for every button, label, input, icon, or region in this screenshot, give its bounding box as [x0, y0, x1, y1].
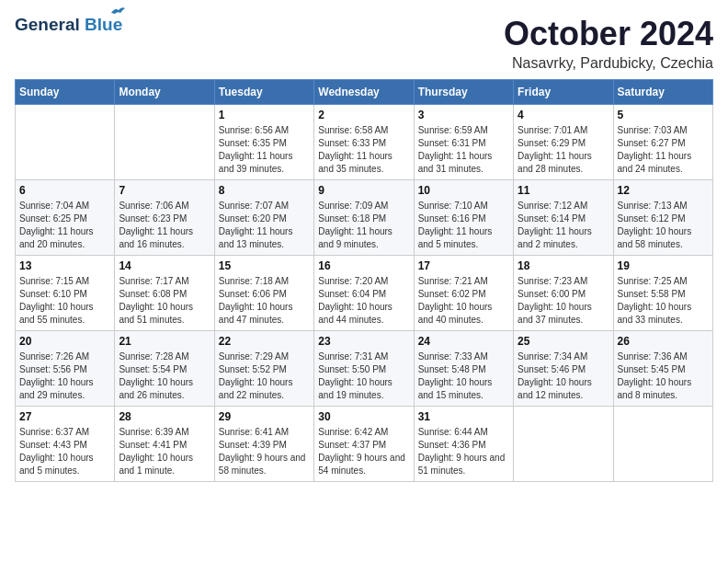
weekday-header: Wednesday: [314, 80, 414, 105]
calendar-day-cell: 5Sunrise: 7:03 AM Sunset: 6:27 PM Daylig…: [613, 105, 712, 180]
day-number: 21: [119, 335, 210, 348]
day-number: 28: [119, 410, 210, 423]
day-number: 13: [19, 259, 110, 272]
calendar-day-cell: 7Sunrise: 7:06 AM Sunset: 6:23 PM Daylig…: [115, 180, 214, 256]
day-info: Sunrise: 7:17 AM Sunset: 6:08 PM Dayligh…: [119, 275, 210, 327]
calendar-day-cell: 13Sunrise: 7:15 AM Sunset: 6:10 PM Dayli…: [16, 256, 115, 331]
day-info: Sunrise: 6:41 AM Sunset: 4:39 PM Dayligh…: [219, 426, 310, 477]
day-number: 3: [418, 109, 509, 121]
day-info: Sunrise: 7:01 AM Sunset: 6:29 PM Dayligh…: [518, 124, 609, 176]
day-info: Sunrise: 7:13 AM Sunset: 6:12 PM Dayligh…: [618, 200, 709, 251]
calendar-week-row: 6Sunrise: 7:04 AM Sunset: 6:25 PM Daylig…: [16, 180, 713, 256]
day-number: 20: [19, 335, 110, 348]
calendar-day-cell: [613, 407, 712, 482]
day-info: Sunrise: 7:10 AM Sunset: 6:16 PM Dayligh…: [418, 200, 509, 251]
calendar-day-cell: 10Sunrise: 7:10 AM Sunset: 6:16 PM Dayli…: [414, 180, 513, 256]
day-number: 17: [418, 259, 509, 272]
calendar-day-cell: 28Sunrise: 6:39 AM Sunset: 4:41 PM Dayli…: [115, 407, 214, 482]
calendar-day-cell: 31Sunrise: 6:44 AM Sunset: 4:36 PM Dayli…: [414, 407, 513, 482]
day-info: Sunrise: 6:44 AM Sunset: 4:36 PM Dayligh…: [418, 426, 509, 477]
calendar-day-cell: 17Sunrise: 7:21 AM Sunset: 6:02 PM Dayli…: [414, 256, 513, 331]
calendar-day-cell: 12Sunrise: 7:13 AM Sunset: 6:12 PM Dayli…: [613, 180, 712, 256]
calendar-day-cell: [115, 105, 214, 180]
calendar-day-cell: 24Sunrise: 7:33 AM Sunset: 5:48 PM Dayli…: [414, 331, 513, 407]
day-info: Sunrise: 7:12 AM Sunset: 6:14 PM Dayligh…: [518, 200, 609, 251]
day-info: Sunrise: 7:25 AM Sunset: 5:58 PM Dayligh…: [618, 275, 709, 327]
day-number: 7: [119, 184, 210, 197]
calendar-day-cell: 1Sunrise: 6:56 AM Sunset: 6:35 PM Daylig…: [214, 105, 313, 180]
day-info: Sunrise: 7:29 AM Sunset: 5:52 PM Dayligh…: [219, 350, 310, 402]
page-header: General Blue October 2024 Nasavrky, Pard…: [15, 15, 713, 72]
location-subtitle: Nasavrky, Pardubicky, Czechia: [504, 55, 713, 72]
day-number: 22: [219, 335, 310, 348]
weekday-header: Sunday: [16, 80, 115, 105]
weekday-header: Friday: [514, 80, 613, 105]
calendar-day-cell: 23Sunrise: 7:31 AM Sunset: 5:50 PM Dayli…: [314, 331, 414, 407]
day-info: Sunrise: 7:36 AM Sunset: 5:45 PM Dayligh…: [618, 350, 709, 402]
day-number: 6: [19, 184, 110, 197]
calendar-day-cell: 3Sunrise: 6:59 AM Sunset: 6:31 PM Daylig…: [414, 105, 513, 180]
calendar-day-cell: 11Sunrise: 7:12 AM Sunset: 6:14 PM Dayli…: [514, 180, 613, 256]
day-info: Sunrise: 6:56 AM Sunset: 6:35 PM Dayligh…: [219, 124, 310, 176]
calendar-table: SundayMondayTuesdayWednesdayThursdayFrid…: [15, 79, 713, 482]
day-info: Sunrise: 7:07 AM Sunset: 6:20 PM Dayligh…: [219, 200, 310, 251]
day-number: 15: [219, 259, 310, 272]
day-info: Sunrise: 7:06 AM Sunset: 6:23 PM Dayligh…: [119, 200, 210, 251]
day-info: Sunrise: 7:20 AM Sunset: 6:04 PM Dayligh…: [318, 275, 409, 327]
calendar-week-row: 27Sunrise: 6:37 AM Sunset: 4:43 PM Dayli…: [16, 407, 713, 482]
calendar-day-cell: 19Sunrise: 7:25 AM Sunset: 5:58 PM Dayli…: [613, 256, 712, 331]
day-info: Sunrise: 6:39 AM Sunset: 4:41 PM Dayligh…: [119, 426, 210, 477]
day-number: 9: [318, 184, 409, 197]
day-info: Sunrise: 7:28 AM Sunset: 5:54 PM Dayligh…: [119, 350, 210, 402]
day-info: Sunrise: 7:31 AM Sunset: 5:50 PM Dayligh…: [318, 350, 409, 402]
weekday-header-row: SundayMondayTuesdayWednesdayThursdayFrid…: [16, 80, 713, 105]
calendar-day-cell: 25Sunrise: 7:34 AM Sunset: 5:46 PM Dayli…: [514, 331, 613, 407]
calendar-day-cell: 27Sunrise: 6:37 AM Sunset: 4:43 PM Dayli…: [16, 407, 115, 482]
day-number: 14: [119, 259, 210, 272]
day-number: 27: [19, 410, 110, 423]
calendar-day-cell: 4Sunrise: 7:01 AM Sunset: 6:29 PM Daylig…: [514, 105, 613, 180]
day-number: 19: [618, 259, 709, 272]
weekday-header: Saturday: [613, 80, 712, 105]
logo-text: General Blue: [15, 15, 122, 35]
calendar-day-cell: 15Sunrise: 7:18 AM Sunset: 6:06 PM Dayli…: [214, 256, 313, 331]
day-number: 31: [418, 410, 509, 423]
calendar-day-cell: 14Sunrise: 7:17 AM Sunset: 6:08 PM Dayli…: [115, 256, 214, 331]
calendar-day-cell: [16, 105, 115, 180]
day-info: Sunrise: 7:33 AM Sunset: 5:48 PM Dayligh…: [418, 350, 509, 402]
day-info: Sunrise: 7:34 AM Sunset: 5:46 PM Dayligh…: [518, 350, 609, 402]
day-number: 30: [318, 410, 409, 423]
day-number: 29: [219, 410, 310, 423]
day-info: Sunrise: 7:09 AM Sunset: 6:18 PM Dayligh…: [318, 200, 409, 251]
day-number: 1: [219, 109, 310, 121]
day-info: Sunrise: 7:04 AM Sunset: 6:25 PM Dayligh…: [19, 200, 110, 251]
calendar-day-cell: 29Sunrise: 6:41 AM Sunset: 4:39 PM Dayli…: [214, 407, 313, 482]
month-title: October 2024: [504, 15, 713, 53]
calendar-week-row: 1Sunrise: 6:56 AM Sunset: 6:35 PM Daylig…: [16, 105, 713, 180]
day-info: Sunrise: 7:23 AM Sunset: 6:00 PM Dayligh…: [518, 275, 609, 327]
calendar-day-cell: 6Sunrise: 7:04 AM Sunset: 6:25 PM Daylig…: [16, 180, 115, 256]
day-number: 4: [518, 109, 609, 121]
day-number: 26: [618, 335, 709, 348]
calendar-day-cell: 30Sunrise: 6:42 AM Sunset: 4:37 PM Dayli…: [314, 407, 414, 482]
day-info: Sunrise: 7:03 AM Sunset: 6:27 PM Dayligh…: [618, 124, 709, 176]
logo-bird-icon: [109, 6, 126, 18]
day-number: 5: [618, 109, 709, 121]
calendar-day-cell: 22Sunrise: 7:29 AM Sunset: 5:52 PM Dayli…: [214, 331, 313, 407]
day-number: 11: [518, 184, 609, 197]
weekday-header: Tuesday: [214, 80, 313, 105]
calendar-day-cell: 26Sunrise: 7:36 AM Sunset: 5:45 PM Dayli…: [613, 331, 712, 407]
title-block: October 2024 Nasavrky, Pardubicky, Czech…: [504, 15, 713, 72]
weekday-header: Thursday: [414, 80, 513, 105]
calendar-day-cell: 8Sunrise: 7:07 AM Sunset: 6:20 PM Daylig…: [214, 180, 313, 256]
day-info: Sunrise: 6:58 AM Sunset: 6:33 PM Dayligh…: [318, 124, 409, 176]
day-number: 12: [618, 184, 709, 197]
calendar-day-cell: 9Sunrise: 7:09 AM Sunset: 6:18 PM Daylig…: [314, 180, 414, 256]
calendar-week-row: 20Sunrise: 7:26 AM Sunset: 5:56 PM Dayli…: [16, 331, 713, 407]
calendar-day-cell: 16Sunrise: 7:20 AM Sunset: 6:04 PM Dayli…: [314, 256, 414, 331]
calendar-day-cell: 20Sunrise: 7:26 AM Sunset: 5:56 PM Dayli…: [16, 331, 115, 407]
calendar-week-row: 13Sunrise: 7:15 AM Sunset: 6:10 PM Dayli…: [16, 256, 713, 331]
day-number: 8: [219, 184, 310, 197]
calendar-day-cell: 21Sunrise: 7:28 AM Sunset: 5:54 PM Dayli…: [115, 331, 214, 407]
calendar-day-cell: 18Sunrise: 7:23 AM Sunset: 6:00 PM Dayli…: [514, 256, 613, 331]
